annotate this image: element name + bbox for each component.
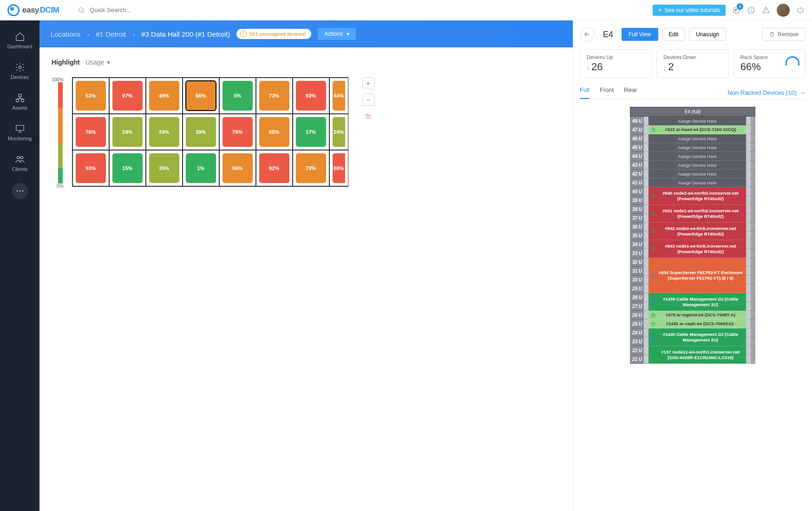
rack-empty-slot[interactable]: Assign Device Here [648,152,746,161]
svg-line-1 [83,12,85,13]
alert-icon[interactable] [762,6,770,14]
rack-device-slot[interactable]: #137 node11-e4-north1.ironserver.net (SS… [648,346,746,364]
heatmap-cell[interactable]: 51% [72,78,109,114]
svg-point-24 [22,190,23,192]
non-racked-link[interactable]: Non-Racked Devices (10) → [727,86,805,99]
sidebar-item-devices[interactable]: Devices [0,58,39,85]
rack-empty-slot[interactable]: Assign Device Here [648,117,746,125]
highlight-dropdown[interactable]: Usage ▾ [85,59,110,66]
rack-device-slot[interactable]: #643 node1-e4-kink.ironserver.net (Power… [648,240,746,258]
svg-point-21 [20,157,22,159]
gear-icon [15,62,25,72]
global-search[interactable] [78,7,652,14]
rack-device-slot[interactable]: #634 SuperServer F617R2-FT Enclosure (Su… [648,258,746,293]
heatmap-cell[interactable]: 93% [293,78,329,114]
info-icon[interactable] [747,6,755,14]
heatmap-cell[interactable]: 24% [109,114,146,150]
heatmap-cell[interactable]: 73% [293,150,329,186]
rack-device-slot[interactable]: #1439 Cable Management 2U (Cable Managem… [648,293,746,311]
svg-point-22 [16,190,18,192]
sidebar-item-monitoring[interactable]: Monitoring [0,119,39,146]
svg-point-6 [751,8,752,9]
heatmap-cell[interactable]: 93% [72,150,109,186]
heatmap-cell[interactable]: 24% [146,114,183,150]
logo[interactable]: easy DCIM [7,4,59,16]
rack-device-slot[interactable]: #523 ar-head-e4 (DCS-7160-32CQ) [648,125,746,134]
rack-empty-slot[interactable]: Assign Device Here [648,161,746,170]
heatmap-cell[interactable]: 15% [109,150,146,186]
heatmap-cell[interactable]: 55% [256,114,293,150]
heatmap-cell[interactable]: 5% [219,78,256,114]
arrow-left-icon [584,31,590,38]
svg-marker-3 [735,9,737,12]
heatmap-cell[interactable]: 35% [146,150,183,186]
full-view-button[interactable]: Full View [622,28,658,41]
sidebar-item-dashboard[interactable]: Dashboard [0,27,39,54]
heatmap-cell[interactable]: 76% [72,114,109,150]
unassign-button[interactable]: Unassign [689,28,726,41]
rack-device-slot[interactable]: #475 ar-mgmnt-e4 (DCS-7048T-A) [648,311,746,320]
tab-full[interactable]: Full [580,86,589,99]
svg-rect-17 [16,125,24,131]
zoom-in-button[interactable]: + [362,77,374,89]
back-button[interactable] [580,27,595,42]
sidebar-item-clients[interactable]: Clients [0,150,39,177]
breadcrumb-locations[interactable]: Locations [51,30,80,38]
top-bar: easy DCIM See our video tutorials 4 [0,0,812,20]
chevron-right-icon: › [87,30,89,38]
heatmap-cell[interactable]: 39% [183,114,219,150]
rack-device-slot[interactable]: #641 node1-e4-north2.ironserver.net (Pow… [648,205,746,223]
heatmap-cell[interactable]: 73% [256,78,293,114]
rack-diagram: E4 (full)48 UAssign Device Here47 U#523 … [630,107,755,511]
rack-empty-slot[interactable]: Assign Device Here [648,170,746,178]
actions-dropdown[interactable]: Actions ▾ [318,28,355,40]
tab-front[interactable]: Front [600,86,614,99]
heatmap-cell[interactable]: 49% [146,78,183,114]
heatmap-cell[interactable]: 17% [293,114,329,150]
heatmap-cell[interactable]: 97% [109,78,146,114]
power-icon[interactable] [796,6,805,14]
help-icon[interactable]: ?⃝ [362,111,374,123]
brand-text-2: DCIM [40,6,59,15]
heatmap-cell[interactable]: 92% [256,150,293,186]
heatmap-cell[interactable]: 80% [329,150,348,186]
heatmap-cell[interactable]: 24% [329,114,348,150]
rack-empty-slot[interactable]: Assign Device Here [648,178,746,187]
arrow-up-icon: ↑ [587,65,589,72]
rack-device-slot[interactable]: #640 node2-e4-north2.ironserver.net (Pow… [648,187,746,205]
heatmap-cell[interactable]: 1% [183,150,219,186]
tab-rear[interactable]: Rear [624,86,637,99]
sidebar-more-button[interactable] [12,183,28,199]
rack-device-slot[interactable]: #642 node2-e4-kink.ironserver.net (Power… [648,223,746,240]
rack-empty-slot[interactable]: Assign Device Here [648,134,746,143]
notification-badge: 4 [737,3,743,10]
arrow-down-icon: ↓ [663,65,666,72]
heatmap-cell[interactable]: 56% [219,150,256,186]
status-dot-icon [651,247,655,251]
search-input[interactable] [90,7,229,13]
compass-icon[interactable]: 4 [732,6,740,14]
sidebar-item-assets[interactable]: Assets [0,88,39,115]
trash-icon [769,32,775,37]
breadcrumb-detroit[interactable]: #1 Detroit [96,30,126,38]
remove-button[interactable]: Remove [762,28,805,41]
heatmap-cell[interactable]: 66% [183,78,219,114]
svg-point-0 [79,7,83,12]
rack-device-slot[interactable]: #1440 Cable Management 2U (Cable Managem… [648,328,746,346]
stat-devices-up: Devices Up ↑26 [580,49,652,78]
heatmap-cell[interactable]: 44% [329,78,348,114]
monitor-icon [15,124,25,134]
rack-device-slot[interactable]: #1430 ar-ceph-e4 (DCS-7060SX2- [648,320,746,328]
rack-empty-slot[interactable]: Assign Device Here [648,143,746,152]
status-dot-icon [651,353,655,357]
edit-button[interactable]: Edit [662,28,686,41]
stat-rack-space: Rack Space 66% [733,49,805,78]
unassigned-warning[interactable]: ! 561 unassigned devices! [236,29,311,39]
tutorial-link[interactable]: See our video tutorials [653,5,726,16]
breadcrumb-bar: Locations › #1 Detroit › #3 Data Hall 20… [39,20,573,47]
heatmap-cell[interactable]: 79% [219,114,256,150]
zoom-out-button[interactable]: − [362,94,374,106]
status-dot-icon [651,211,655,216]
status-dot-icon [651,300,655,304]
user-avatar[interactable] [777,4,790,17]
